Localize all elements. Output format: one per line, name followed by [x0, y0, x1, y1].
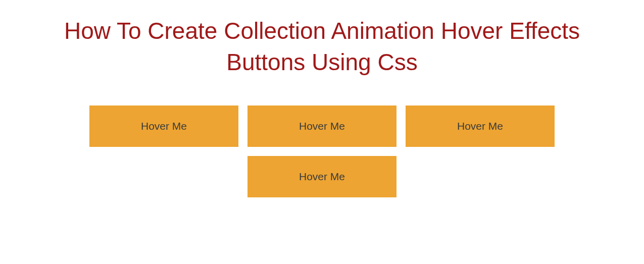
- hover-button-2[interactable]: Hover Me: [247, 105, 397, 147]
- button-container: Hover Me Hover Me Hover Me Hover Me: [75, 105, 570, 197]
- hover-button-3[interactable]: Hover Me: [406, 105, 555, 147]
- hover-button-4[interactable]: Hover Me: [247, 156, 397, 197]
- hover-button-1[interactable]: Hover Me: [89, 105, 238, 147]
- page-title: How To Create Collection Animation Hover…: [55, 15, 590, 78]
